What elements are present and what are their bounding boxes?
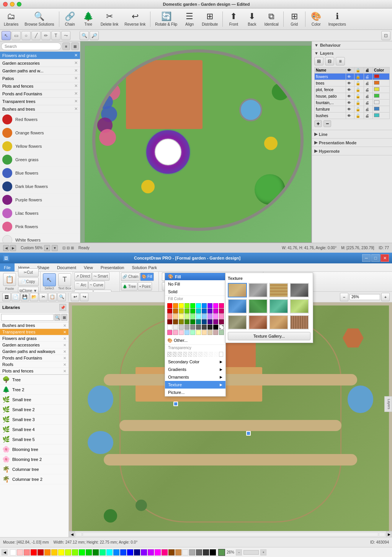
menu-solution[interactable]: Solution Park bbox=[128, 263, 160, 271]
grid-button[interactable]: ⊞ Grid bbox=[286, 10, 303, 28]
add-layer-plus-button[interactable]: + bbox=[314, 120, 322, 127]
line-tool[interactable]: ╱ bbox=[31, 31, 41, 40]
color-forest[interactable] bbox=[190, 319, 195, 324]
libs-cat-roofs-close[interactable]: ✕ bbox=[63, 363, 66, 367]
color-dark-pink[interactable] bbox=[219, 309, 224, 314]
layer-eye-icon-7[interactable]: 👁 bbox=[347, 114, 351, 118]
color-pale-pink[interactable] bbox=[179, 330, 184, 335]
trans-20[interactable] bbox=[178, 352, 182, 357]
texture-leaves[interactable] bbox=[290, 299, 309, 314]
color-dark-yellow[interactable] bbox=[179, 309, 184, 314]
layer-print-icon-3[interactable]: 🖨 bbox=[365, 88, 369, 92]
shape-white-flowers[interactable]: White flowers bbox=[0, 234, 80, 243]
reverse-link-button[interactable]: ↩ Reverse link bbox=[122, 10, 148, 28]
front-button[interactable]: ⬆ Front bbox=[225, 10, 242, 28]
direct-tool[interactable]: ↗ Direct bbox=[74, 272, 91, 281]
color-pastel-yellow[interactable] bbox=[179, 314, 184, 319]
connect-tool[interactable]: ⤳ bbox=[61, 31, 70, 40]
colorbar-brown[interactable] bbox=[168, 549, 175, 555]
texture-metal[interactable] bbox=[248, 283, 268, 297]
color-pastel-green[interactable] bbox=[190, 314, 195, 319]
libs-shape-small-tree2[interactable]: 🌿 Small tree 2 bbox=[0, 405, 69, 415]
layer-print-icon-5[interactable]: 🖨 bbox=[365, 101, 369, 105]
text-tool[interactable]: T bbox=[51, 31, 60, 40]
libs-cat-garden-acc-close[interactable]: ✕ bbox=[63, 343, 66, 347]
colorbar-pure-blue[interactable] bbox=[127, 549, 133, 555]
shape-dark-blue-flowers[interactable]: Dark blue flowers bbox=[0, 180, 80, 193]
behaviour-title[interactable]: ▼ Behaviour bbox=[314, 43, 390, 47]
colorbar-blue-light[interactable] bbox=[113, 549, 119, 555]
colorbar-violet[interactable] bbox=[141, 549, 147, 555]
color-blue[interactable] bbox=[202, 303, 207, 308]
curve-tool[interactable]: ~ Curve bbox=[88, 281, 105, 289]
color-dark-magenta[interactable] bbox=[213, 309, 218, 314]
color-pale-yellow[interactable] bbox=[196, 330, 201, 335]
shape-purple-flowers[interactable]: Purple flowers bbox=[0, 193, 80, 207]
garden-canvas-container[interactable] bbox=[84, 45, 312, 243]
color-green[interactable] bbox=[190, 303, 195, 308]
layer-row-furniture[interactable]: furniture 👁 🔓 🖨 bbox=[315, 106, 390, 113]
colorbar-magenta[interactable] bbox=[155, 549, 161, 555]
libs-shape-tree[interactable]: 🌳 Tree bbox=[0, 375, 69, 385]
win-close-button[interactable]: ✕ bbox=[381, 254, 389, 262]
layer-lock-icon-5[interactable]: 🔓 bbox=[356, 101, 360, 105]
pen-tool[interactable]: ✏ bbox=[41, 31, 51, 40]
color-cyan[interactable] bbox=[196, 303, 201, 308]
category-flowers-close[interactable]: ✕ bbox=[74, 53, 78, 58]
layer-options-button[interactable]: ⊟ bbox=[325, 57, 334, 65]
win-sub-btn-8[interactable]: ↩ bbox=[71, 293, 79, 301]
color-dark-blue[interactable] bbox=[202, 309, 207, 314]
color-pastel-violet[interactable] bbox=[207, 314, 212, 319]
rect-tool[interactable]: ▭ bbox=[11, 31, 21, 40]
paste-button[interactable]: 📋 bbox=[3, 273, 16, 286]
colorbar-orange[interactable] bbox=[44, 549, 51, 555]
color-medium-gray[interactable] bbox=[185, 325, 189, 330]
color-magenta[interactable] bbox=[213, 303, 218, 308]
layer-print-icon-4[interactable]: 🖨 bbox=[365, 94, 369, 98]
libs-shape-columnar-tree[interactable]: 🌴 Columnar tree bbox=[0, 464, 69, 474]
libs-grid-button[interactable]: ⊞ bbox=[61, 314, 67, 321]
distribute-button[interactable]: ⊞ Distribute bbox=[199, 10, 220, 28]
libs-cat-bushes-close[interactable]: ✕ bbox=[63, 323, 66, 328]
win-sub-btn-3[interactable]: 💾 bbox=[21, 293, 29, 301]
color-brown[interactable] bbox=[173, 319, 178, 324]
hscroll-track[interactable] bbox=[83, 532, 378, 536]
color-near-white[interactable] bbox=[173, 325, 178, 330]
trans-0[interactable] bbox=[167, 352, 172, 357]
fill-solid[interactable]: Solid bbox=[165, 288, 225, 296]
color-teal[interactable] bbox=[196, 319, 201, 324]
color-tan[interactable] bbox=[207, 330, 212, 335]
color-light-gray[interactable] bbox=[179, 325, 184, 330]
win-sub-btn-7[interactable]: 🔍 bbox=[57, 293, 66, 301]
color-sage[interactable] bbox=[219, 330, 224, 335]
colorbar-gray[interactable] bbox=[189, 549, 195, 555]
layer-row-bushes[interactable]: bushes 👁 🔓 🖨 bbox=[315, 113, 390, 119]
category-patios-close[interactable]: ✕ bbox=[74, 76, 78, 81]
color-pink-red[interactable] bbox=[219, 303, 224, 308]
layer-lock-icon-2[interactable]: 🔓 bbox=[356, 81, 360, 85]
libs-search-input[interactable] bbox=[1, 314, 54, 321]
color-olive[interactable] bbox=[179, 319, 184, 324]
category-plots[interactable]: Plots and fences ✕ bbox=[0, 82, 80, 90]
color-dark-gray[interactable] bbox=[196, 325, 201, 330]
libs-shape-blooming-tree2[interactable]: 🌸 Blooming tree 2 bbox=[0, 454, 69, 464]
trans-30[interactable] bbox=[183, 352, 187, 357]
layer-row-flowers[interactable]: flowers 👁 🔒 🖨 bbox=[315, 74, 390, 80]
color-dark-cyan[interactable] bbox=[196, 309, 201, 314]
shape-blue-flowers[interactable]: Blue flowers bbox=[0, 167, 80, 180]
zoom-out-btn[interactable]: − bbox=[340, 293, 348, 301]
colorbar-tan[interactable] bbox=[175, 549, 181, 555]
list-view-button[interactable]: ≡ bbox=[62, 42, 70, 50]
layer-lock-icon-7[interactable]: 🔓 bbox=[356, 114, 360, 118]
mac-minimize-button[interactable] bbox=[10, 2, 15, 7]
texture-gallery-button[interactable]: Texture Gallery... bbox=[228, 332, 310, 340]
trans-40[interactable] bbox=[188, 352, 192, 357]
layer-row-trees[interactable]: trees 👁 🔓 🖨 bbox=[315, 80, 390, 87]
colorbar-dark-gray[interactable] bbox=[196, 549, 202, 555]
fill-gradients[interactable]: Gradients ▶ bbox=[165, 366, 225, 373]
color-pastel-magenta[interactable] bbox=[213, 314, 218, 319]
color-black[interactable] bbox=[213, 325, 218, 330]
color-dusty-rose[interactable] bbox=[213, 330, 218, 335]
color-red[interactable] bbox=[167, 303, 172, 308]
cut-button[interactable]: ✂ Cut bbox=[18, 268, 39, 277]
